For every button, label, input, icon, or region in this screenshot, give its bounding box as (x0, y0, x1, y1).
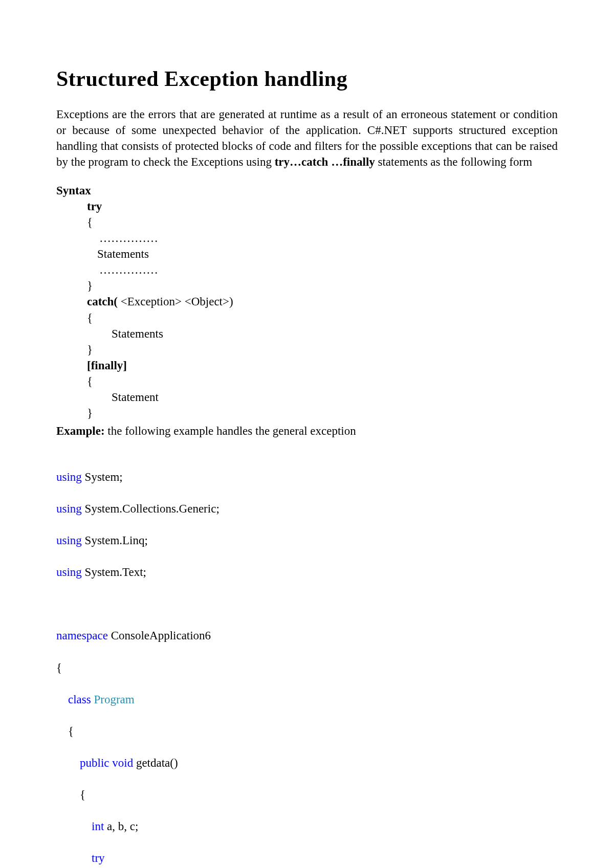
code-line: namespace ConsoleApplication6 (56, 628, 558, 643)
code-line: { (56, 660, 558, 676)
syntax-brace: } (87, 405, 558, 421)
example-line: Example: the following example handles t… (56, 423, 558, 439)
example-label: Example: (56, 425, 105, 437)
code-block: using System; using System.Collections.G… (56, 453, 558, 868)
syntax-dots: …………… (99, 262, 558, 278)
syntax-heading: Syntax (56, 184, 558, 197)
code-line: using System.Linq; (56, 532, 558, 548)
intro-text-2: statements as the following form (375, 155, 532, 168)
example-text: the following example handles the genera… (105, 425, 356, 437)
code-line (56, 596, 558, 612)
syntax-statement: Statement (112, 389, 558, 405)
syntax-statements: Statements (97, 246, 558, 262)
syntax-catch: catch( (87, 295, 118, 308)
code-line: int a, b, c; (56, 818, 558, 834)
page-title: Structured Exception handling (56, 66, 558, 91)
code-line: { (56, 723, 558, 739)
syntax-try: try (87, 200, 102, 213)
syntax-brace: } (87, 278, 558, 294)
intro-bold: try…catch …finally (275, 155, 375, 168)
syntax-statements: Statements (112, 326, 558, 342)
syntax-brace: } (87, 342, 558, 358)
syntax-block: try { …………… Statements …………… } catch( <E… (87, 198, 558, 421)
code-line: using System; (56, 469, 558, 485)
intro-paragraph: Exceptions are the errors that are gener… (56, 106, 558, 170)
code-line: using System.Collections.Generic; (56, 501, 558, 517)
code-line: using System.Text; (56, 564, 558, 580)
code-line: { (56, 787, 558, 803)
code-line: try (56, 850, 558, 866)
syntax-finally: [finally] (87, 359, 127, 372)
syntax-catch-args: <Exception> <Object>) (118, 295, 233, 308)
syntax-brace: { (87, 310, 558, 326)
code-line: public void getdata() (56, 755, 558, 771)
syntax-brace: { (87, 373, 558, 389)
syntax-brace: { (87, 214, 558, 230)
code-line: class Program (56, 692, 558, 707)
syntax-dots: …………… (99, 230, 558, 246)
